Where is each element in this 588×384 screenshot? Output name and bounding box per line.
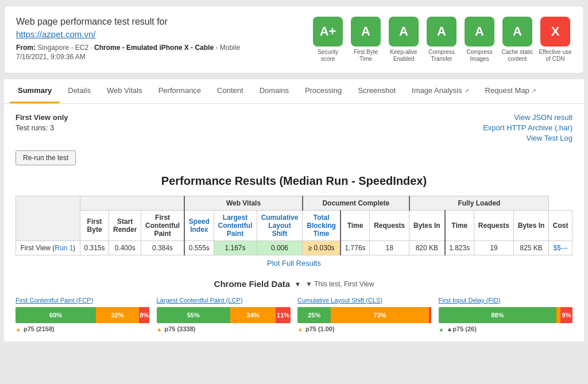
- col-fl-time: Time: [445, 211, 474, 241]
- bar-segment: 34%: [230, 307, 276, 323]
- lcp-link[interactable]: LargestContentfulPaint: [218, 214, 253, 238]
- results-table: Web Vitals Document Complete Fully Loade…: [16, 196, 572, 255]
- cell-fl-cost: $$---: [549, 241, 572, 255]
- tab-item-processing[interactable]: Processing: [297, 79, 350, 103]
- tbt-link[interactable]: TotalBlockingTime: [307, 214, 336, 238]
- grade-box: A: [389, 17, 419, 46]
- tab-item-image-analysis[interactable]: Image Analysis: [404, 79, 477, 103]
- col-lcp: LargestContentfulPaint: [214, 211, 257, 241]
- first-view-label: First View only: [16, 113, 68, 122]
- header-title: Web page performance test result for: [16, 17, 311, 27]
- metric-title[interactable]: Largest Contentful Paint (LCP): [157, 297, 291, 304]
- view-test-log-link[interactable]: View Test Log: [527, 134, 572, 142]
- grades-container: A+ Security score A First Byte Time A Ke…: [311, 17, 572, 63]
- cell-dc-time: 1.776s: [341, 241, 370, 255]
- bar-segment: 60%: [16, 307, 96, 323]
- tab-item-screenshot[interactable]: Screenshot: [350, 79, 404, 103]
- cell-fcp: 0.384s: [141, 241, 185, 255]
- bar-chart: 55%34%11%: [157, 307, 291, 323]
- p75-value: p75 (2158): [24, 325, 55, 332]
- from-value: Singapore - EC2 ·: [37, 44, 94, 52]
- bar-segment: 55%: [157, 307, 230, 323]
- bar-chart: 60%32%8%: [16, 307, 150, 323]
- grade-box: X: [540, 17, 570, 46]
- grade-item: A Compress Transfer: [425, 17, 458, 63]
- field-data-subtitle: ▼ This test, First View: [305, 280, 374, 288]
- run1-link[interactable]: Run 1: [55, 244, 73, 252]
- tab-item-request-map[interactable]: Request Map: [477, 79, 544, 103]
- tab-item-performance[interactable]: Performance: [150, 79, 209, 103]
- cls-link[interactable]: CumulativeLayoutShift: [261, 214, 299, 238]
- export-har-link[interactable]: Export HTTP Archive (.har): [483, 123, 572, 132]
- tab-item-details[interactable]: Details: [60, 79, 99, 103]
- tab-item-web-vitals[interactable]: Web Vitals: [99, 79, 150, 103]
- header-card: Web page performance test result for htt…: [4, 6, 584, 73]
- dropdown-triangle[interactable]: ▼: [295, 281, 301, 288]
- tab-item-content[interactable]: Content: [209, 79, 252, 103]
- doc-complete-header: Document Complete: [303, 196, 409, 211]
- metric-title[interactable]: Cumulative Layout Shift (CLS): [297, 297, 432, 304]
- grade-item: A First Byte Time: [349, 17, 382, 63]
- table-row: First View (Run 1) 0.315s 0.400s 0.384s …: [16, 241, 572, 255]
- tab-item-domains[interactable]: Domains: [252, 79, 297, 103]
- tab-item-summary[interactable]: Summary: [10, 79, 60, 103]
- metric-footer: ▲ ▲p75 (26): [439, 325, 573, 332]
- metric-footer: ▲ p75 (3338): [157, 325, 291, 332]
- cell-lcp: 1.167s: [214, 241, 257, 255]
- plot-link-container: Plot Full Results: [16, 259, 572, 267]
- view-json-link[interactable]: View JSON result: [514, 113, 572, 122]
- p75-value: p75 (1.00): [305, 325, 335, 332]
- date-line: 7/16/2021, 9:09:36 AM: [16, 53, 311, 61]
- cell-tbt: ≥ 0.030s: [303, 241, 341, 255]
- col-fl-bytes: Bytes In: [513, 211, 548, 241]
- chrome-field-data: Chrome Field Data ▼ ▼ This test, First V…: [16, 279, 572, 332]
- field-data-header: Chrome Field Data ▼ ▼ This test, First V…: [16, 279, 572, 289]
- col-dc-bytes: Bytes In: [409, 211, 445, 241]
- col-dc-requests: Requests: [370, 211, 409, 241]
- metric-card: Cumulative Layout Shift (CLS) 25%73% ▲ p…: [297, 297, 432, 332]
- bar-segment: [429, 307, 432, 323]
- col-dc-time: Time: [341, 211, 370, 241]
- bar-segment: 11%: [276, 307, 291, 323]
- plot-full-results-link[interactable]: Plot Full Results: [267, 259, 321, 267]
- web-vitals-header: Web Vitals: [184, 196, 303, 211]
- metrics-row: First Contentful Paint (FCP) 60%32%8% ▲ …: [16, 297, 572, 332]
- empty-header: [16, 196, 80, 241]
- grade-item: A+ Security score: [311, 17, 345, 63]
- main-content: First View only Test runs: 3 View JSON r…: [4, 104, 584, 342]
- speed-index-link[interactable]: SpeedIndex: [189, 218, 210, 234]
- grade-item: A Keep-alive Enabled: [387, 17, 420, 63]
- grade-box: A: [427, 17, 457, 46]
- col-fl-requests: Requests: [474, 211, 513, 241]
- cell-dc-bytes: 820 KB: [409, 241, 445, 255]
- p75-value: p75 (3338): [164, 325, 195, 332]
- cell-dc-requests: 18: [370, 241, 409, 255]
- col-start-render: StartRender: [109, 211, 141, 241]
- header-left: Web page performance test result for htt…: [16, 17, 311, 61]
- rerun-button[interactable]: Re-run the test: [16, 150, 76, 165]
- field-data-title: Chrome Field Data: [214, 279, 291, 289]
- trend-icon: ▲: [157, 326, 163, 332]
- cell-first-byte: 0.315s: [80, 241, 109, 255]
- bar-chart: 88%9%: [439, 307, 573, 323]
- p75-value: ▲p75 (26): [446, 325, 476, 332]
- cost-link[interactable]: $$---: [553, 244, 567, 252]
- test-url-link[interactable]: https://azpet.com.vn/: [16, 29, 95, 39]
- col-group-empty: [80, 196, 184, 211]
- browser-info: Chrome - Emulated iPhone X - Cable: [94, 44, 214, 52]
- first-view-info: First View only Test runs: 3: [16, 113, 68, 132]
- grade-label: Compress Transfer: [425, 49, 458, 63]
- from-label: From:: [16, 44, 36, 52]
- trend-icon: ▲: [16, 326, 21, 332]
- col-fcp: FirstContentfulPaint: [141, 211, 185, 241]
- col-cls: CumulativeLayoutShift: [257, 211, 303, 241]
- metric-title[interactable]: First Contentful Paint (FCP): [16, 297, 150, 304]
- from-line: From: Singapore - EC2 · Chrome - Emulate…: [16, 44, 311, 52]
- metric-title[interactable]: First Input Delay (FID): [439, 297, 573, 304]
- cell-fl-time: 1.823s: [445, 241, 474, 255]
- bar-chart: 25%73%: [297, 307, 432, 323]
- grade-label: Keep-alive Enabled: [387, 49, 420, 63]
- grade-label: Security score: [311, 49, 345, 63]
- grade-label: First Byte Time: [349, 49, 382, 63]
- grade-box: A: [502, 17, 532, 46]
